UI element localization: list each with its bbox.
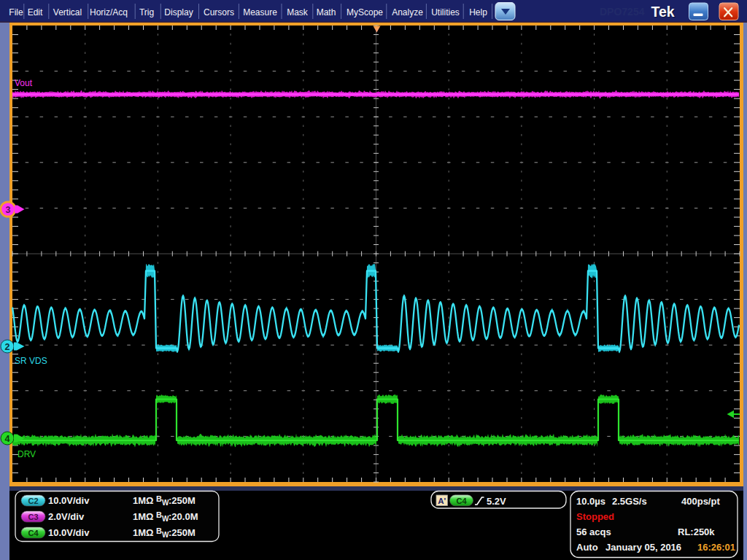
svg-text:DPO7254: DPO7254 — [600, 6, 645, 18]
svg-text:Mask: Mask — [287, 7, 309, 18]
svg-text:B: B — [156, 510, 162, 519]
svg-text:C4: C4 — [456, 497, 467, 505]
svg-text:2.5GS/s: 2.5GS/s — [612, 496, 647, 507]
svg-text:1MΩ: 1MΩ — [133, 495, 153, 506]
svg-text:C4: C4 — [28, 529, 39, 537]
svg-text:A': A' — [438, 497, 446, 505]
svg-text:56 acqs: 56 acqs — [576, 526, 611, 537]
svg-text::250M: :250M — [169, 495, 196, 506]
svg-text:1MΩ: 1MΩ — [133, 527, 153, 538]
svg-text:Vertical: Vertical — [53, 7, 82, 18]
svg-text:File: File — [9, 7, 23, 18]
svg-text:SR VDS: SR VDS — [15, 356, 47, 366]
svg-text:January 05, 2016: January 05, 2016 — [605, 542, 681, 553]
svg-text:5.2V: 5.2V — [487, 496, 506, 507]
svg-text:C3: C3 — [28, 513, 38, 521]
svg-text:C2: C2 — [28, 497, 38, 505]
svg-text:Horiz/Acq: Horiz/Acq — [90, 7, 128, 18]
svg-text:Math: Math — [317, 7, 336, 18]
svg-text:DRV: DRV — [18, 449, 36, 459]
svg-text:Tek: Tek — [651, 4, 675, 20]
svg-text:Edit: Edit — [28, 7, 43, 18]
svg-text:Cursors: Cursors — [204, 7, 234, 18]
svg-text:4: 4 — [5, 434, 10, 444]
svg-text:Display: Display — [164, 7, 193, 18]
svg-text:Trig: Trig — [139, 7, 154, 18]
svg-text:Analyze: Analyze — [392, 7, 423, 18]
svg-text:2.0V/div: 2.0V/div — [48, 511, 85, 522]
svg-text:B: B — [156, 494, 162, 503]
svg-text:Utilities: Utilities — [431, 7, 460, 18]
svg-text:Measure: Measure — [243, 7, 277, 18]
svg-text::250M: :250M — [169, 527, 196, 538]
svg-text:Vout: Vout — [15, 78, 33, 88]
svg-text::20.0M: :20.0M — [169, 511, 198, 522]
svg-text:Stopped: Stopped — [576, 511, 614, 522]
svg-text:B: B — [156, 526, 162, 535]
svg-text:2: 2 — [5, 342, 10, 352]
svg-text:MyScope: MyScope — [347, 7, 383, 18]
svg-text:Help: Help — [469, 7, 487, 18]
svg-text:400ps/pt: 400ps/pt — [681, 496, 720, 507]
svg-text:10.0V/div: 10.0V/div — [48, 495, 90, 506]
svg-text:1MΩ: 1MΩ — [133, 511, 153, 522]
svg-text:RL:250k: RL:250k — [678, 526, 715, 537]
svg-text:10.0V/div: 10.0V/div — [48, 527, 90, 538]
svg-text:Auto: Auto — [576, 542, 598, 553]
svg-text:16:26:01: 16:26:01 — [697, 542, 735, 553]
svg-text:3: 3 — [6, 205, 11, 215]
svg-text:10.0µs: 10.0µs — [576, 496, 605, 507]
